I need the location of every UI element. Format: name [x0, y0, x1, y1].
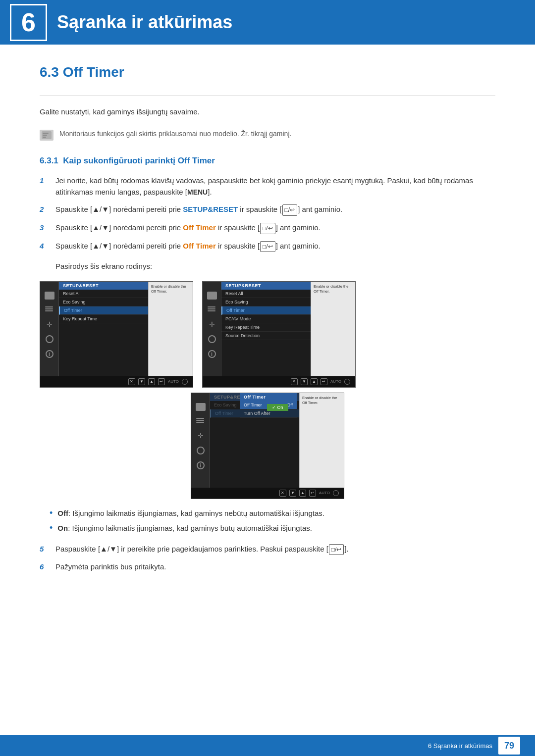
bullet-off: • Off: Išjungimo laikmatis išjungiamas, … [50, 508, 495, 519]
sidebar-info-icon-s: i [197, 461, 205, 469]
section-divider [40, 95, 495, 96]
sidebar-monitor-icon-s [196, 403, 206, 411]
bottom-btn-x: ✕ [128, 378, 135, 385]
page-footer: 6 Sąranka ir atkūrimas 79 [0, 735, 535, 756]
section-title: Off Timer [63, 64, 124, 80]
submenu-header: Off Timer [240, 393, 297, 401]
screenshot-right: ✛ i SETUP&RESET Reset All Eco SavingOff … [202, 281, 356, 388]
step-5-text: Paspauskite [▲/▼] ir pereikite prie page… [55, 543, 349, 555]
bottom-power-btn-r [344, 379, 350, 385]
step-2-text: Spauskite [▲/▼] norėdami pereiti prie SE… [55, 203, 342, 216]
step-5-num: 5 [40, 543, 52, 555]
sidebar-cross-icon-r: ✛ [208, 320, 216, 328]
step-4-num: 4 [40, 240, 52, 252]
step-6: 6 Pažymėta parinktis bus pritaikyta. [40, 561, 495, 572]
step-6-text: Pažymėta parinktis bus pritaikyta. [55, 561, 166, 572]
bottom-text-auto-s: AUTO [319, 491, 330, 495]
subsection-number: 6.3.1 [40, 156, 58, 165]
section-number: 6.3 [40, 64, 59, 80]
bottom-btn-up-s: ▲ [299, 490, 306, 497]
header-banner: 6 Sąranka ir atkūrimas [0, 0, 535, 45]
intro-text: Galite nustatyti, kad gaminys išsijungtų… [40, 106, 495, 118]
bottom-btn-enter-r: ↩ [321, 378, 327, 385]
submenu-value-on: ✓ On [267, 404, 288, 411]
chapter-title: Sąranka ir atkūrimas [57, 12, 232, 33]
note-box: Monitoriaus funkcijos gali skirtis prikl… [40, 126, 495, 144]
sidebar-lines-icon-s [196, 418, 205, 425]
bottom-btn-down-r: ▼ [301, 378, 308, 385]
sidebar-gear-icon-r [208, 335, 216, 343]
screenshots-row: ✛ i SETUP&RESET Reset All Eco SavingOff … [40, 281, 495, 388]
sidebar-cross-icon: ✛ [46, 320, 54, 328]
svg-rect-2 [43, 135, 47, 136]
bottom-btn-down-s: ▼ [289, 490, 296, 497]
submenu-bottom-bar: ✕ ▼ ▲ ↩ AUTO [191, 488, 344, 499]
bottom-btn-up: ▲ [148, 378, 155, 385]
screenshot-submenu-row: ✛ i SETUP&RESET Eco SavingOff Off Timer▶… [40, 393, 495, 499]
bullet-off-text: Off: Išjungimo laikmatis išjungiamas, ka… [57, 508, 324, 519]
bottom-text-auto-r: AUTO [330, 379, 341, 384]
step-6-num: 6 [40, 561, 52, 572]
footer-chapter-ref: 6 Sąranka ir atkūrimas [428, 742, 492, 750]
step-5: 5 Paspauskite [▲/▼] ir pereikite prie pa… [40, 543, 495, 555]
bullet-dot-1: • [50, 508, 53, 519]
step-2-num: 2 [40, 203, 52, 216]
sidebar-info-icon: i [46, 350, 54, 358]
note-text: Monitoriaus funkcijos gali skirtis prikl… [59, 129, 291, 139]
right-bottom-bar: ✕ ▼ ▲ ↩ AUTO [203, 376, 355, 387]
step-4: 4 Spauskite [▲/▼] norėdami pereiti prie … [40, 240, 495, 252]
bullet-list: • Off: Išjungimo laikmatis išjungiamas, … [50, 508, 495, 534]
bottom-btn-x-s: ✕ [279, 490, 286, 497]
section-heading: 6.3 Off Timer [40, 64, 495, 83]
bottom-power-btn [182, 379, 188, 385]
sidebar-cross-icon-s: ✛ [197, 432, 205, 440]
note-icon [40, 130, 54, 141]
sidebar-gear-icon-s [197, 447, 205, 454]
bottom-text-auto: AUTO [168, 379, 179, 384]
bottom-btn-down: ▼ [138, 378, 145, 385]
step-2: 2 Spauskite [▲/▼] norėdami pereiti prie … [40, 203, 495, 216]
steps-list: 1 Jei norite, kad būtų rodomas klavišų v… [40, 175, 495, 252]
sidebar-lines-icon [45, 306, 54, 313]
step-1-text: Jei norite, kad būtų rodomas klavišų vad… [55, 175, 495, 198]
svg-rect-3 [43, 137, 46, 138]
left-menu-hint: Enable or disable the Off Timer. [148, 282, 193, 387]
chapter-number: 6 [10, 4, 47, 41]
sidebar-monitor-icon-r [207, 292, 217, 300]
bullet-on-text: On: Išjungimo laikmatis įjungiamas, kad … [57, 523, 312, 534]
svg-rect-1 [43, 133, 49, 134]
sidebar-info-icon-r: i [208, 350, 216, 358]
pencil-icon [41, 131, 52, 140]
bullet-on: • On: Išjungimo laikmatis įjungiamas, ka… [50, 523, 495, 534]
step-3-text: Spauskite [▲/▼] norėdami pereiti prie Of… [55, 222, 321, 234]
sidebar-gear-icon [46, 335, 54, 343]
left-bottom-bar: ✕ ▼ ▲ ↩ AUTO [40, 376, 193, 387]
subsection-title: Kaip sukonfigūruoti parinktį Off Timer [63, 156, 215, 165]
submenu-overlay: Off Timer Off Timer Off Turn Off After ✓… [240, 393, 297, 418]
footer-page-number: 79 [498, 737, 520, 755]
submenu-hint: Enable or disable the Off Timer. [299, 393, 344, 499]
screenshot-left: ✛ i SETUP&RESET Reset All Eco SavingOff … [40, 281, 193, 388]
subsection-heading: 6.3.1 Kaip sukonfigūruoti parinktį Off T… [40, 156, 495, 166]
step-3: 3 Spauskite [▲/▼] norėdami pereiti prie … [40, 222, 495, 234]
step-4-subtext: Pasirodys šis ekrano rodinys: [55, 261, 495, 272]
bottom-btn-up-r: ▲ [311, 378, 318, 385]
step-1-num: 1 [40, 175, 52, 198]
bottom-btn-x-r: ✕ [291, 378, 298, 385]
main-content: 6.3 Off Timer Galite nustatyti, kad gami… [0, 45, 535, 621]
right-menu-hint: Enable or disable the Off Timer. [311, 282, 355, 387]
bottom-btn-enter: ↩ [158, 378, 165, 385]
step-4-text: Spauskite [▲/▼] norėdami pereiti prie Of… [55, 240, 321, 252]
sidebar-lines-icon-r [208, 306, 216, 313]
bottom-btn-enter-s: ↩ [309, 490, 316, 497]
step-3-num: 3 [40, 222, 52, 234]
bottom-power-btn-s [333, 490, 339, 496]
bullet-dot-2: • [50, 523, 53, 534]
screenshot-submenu: ✛ i SETUP&RESET Eco SavingOff Off Timer▶… [191, 393, 344, 499]
steps-list-2: 5 Paspauskite [▲/▼] ir pereikite prie pa… [40, 543, 495, 573]
step-1: 1 Jei norite, kad būtų rodomas klavišų v… [40, 175, 495, 198]
sidebar-monitor-icon [45, 292, 54, 300]
